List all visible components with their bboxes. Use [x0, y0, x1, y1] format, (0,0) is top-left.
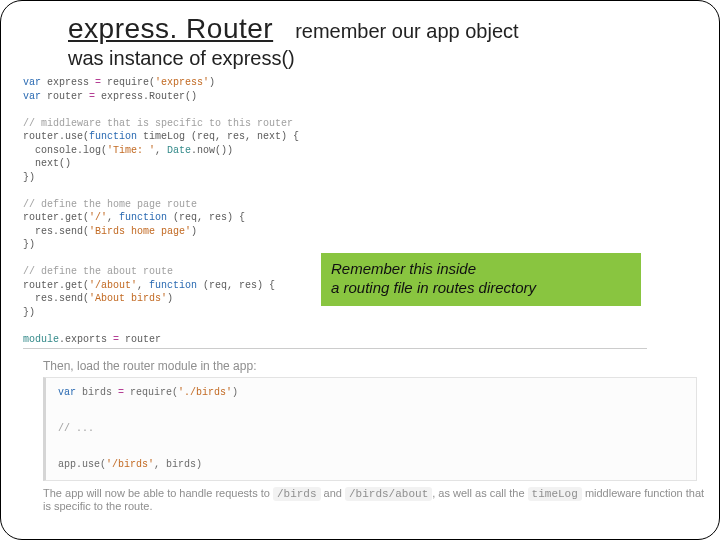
code-comment: // define the about route	[23, 266, 173, 277]
slide-frame: express. Router remember our app object …	[0, 0, 720, 540]
footnote-text: , as well as call the	[432, 487, 527, 499]
code-text: router	[119, 334, 161, 345]
code-text: console.log(	[23, 145, 107, 156]
code-text: var	[58, 387, 76, 398]
code-text: router.use(	[23, 131, 89, 142]
slide-title: express. Router	[68, 13, 273, 45]
callout-box: Remember this inside a routing file in r…	[321, 253, 641, 306]
code-text: router.get(	[23, 280, 89, 291]
code-text: )	[191, 226, 197, 237]
code-text: 'express'	[155, 77, 209, 88]
code-text: '/about'	[89, 280, 137, 291]
code-text: ,	[137, 280, 149, 291]
code-text: app.use(	[58, 459, 106, 470]
code-text: timeLog (req, res, next) {	[137, 131, 299, 142]
callout-line: a routing file in routes directory	[331, 279, 631, 298]
code-text: .exports	[59, 334, 113, 345]
footnote-code: /birds/about	[345, 487, 432, 501]
code-text: })	[23, 239, 35, 250]
code-comment: // middleware that is specific to this r…	[23, 118, 293, 129]
code-text: })	[23, 307, 35, 318]
slide-title-right: remember our app object	[295, 20, 518, 43]
code-text: require(	[124, 387, 178, 398]
footnote-text: and	[321, 487, 345, 499]
code-text: 'Time: '	[107, 145, 155, 156]
code-text: , birds)	[154, 459, 202, 470]
code-text: '/'	[89, 212, 107, 223]
then-text: Then, load the router module in the app:	[43, 359, 707, 373]
code-text: var	[23, 91, 41, 102]
code-text: express	[41, 77, 95, 88]
code-text: '/birds'	[106, 459, 154, 470]
title-row: express. Router remember our app object	[68, 13, 707, 45]
code-text: )	[209, 77, 215, 88]
code-text: router	[41, 91, 89, 102]
code-text: })	[23, 172, 35, 183]
code-comment: // ...	[58, 423, 94, 434]
footnote-code: timeLog	[528, 487, 582, 501]
code-text: .now())	[191, 145, 233, 156]
code-text: next()	[23, 158, 71, 169]
code-text: function	[149, 280, 197, 291]
code-text: (req, res) {	[197, 280, 275, 291]
code-comment: // define the home page route	[23, 199, 197, 210]
code-block-main: var express = require('express') var rou…	[23, 76, 707, 346]
code-text: )	[167, 293, 173, 304]
code-text: express.Router()	[95, 91, 197, 102]
slide-subtitle: was instance of express()	[68, 47, 707, 70]
code-block-bottom-wrap: var birds = require('./birds') // ... ap…	[43, 377, 697, 481]
code-text: (req, res) {	[167, 212, 245, 223]
divider	[23, 348, 647, 349]
callout-line: Remember this inside	[331, 260, 631, 279]
code-text: router.get(	[23, 212, 89, 223]
code-text: )	[232, 387, 238, 398]
code-text: ,	[155, 145, 167, 156]
code-block-bottom: var birds = require('./birds') // ... ap…	[58, 384, 684, 474]
code-text: res.send(	[23, 293, 89, 304]
code-text: 'Birds home page'	[89, 226, 191, 237]
code-text: module	[23, 334, 59, 345]
code-text: var	[23, 77, 41, 88]
code-text: res.send(	[23, 226, 89, 237]
code-text: function	[89, 131, 137, 142]
code-text: require(	[101, 77, 155, 88]
footnote-code: /birds	[273, 487, 321, 501]
code-text: ,	[107, 212, 119, 223]
code-text: './birds'	[178, 387, 232, 398]
code-text: birds	[76, 387, 118, 398]
code-text: function	[119, 212, 167, 223]
code-text: 'About birds'	[89, 293, 167, 304]
code-text: Date	[167, 145, 191, 156]
footnote-text: The app will now be able to handle reque…	[43, 487, 273, 499]
footnote: The app will now be able to handle reque…	[43, 487, 707, 512]
